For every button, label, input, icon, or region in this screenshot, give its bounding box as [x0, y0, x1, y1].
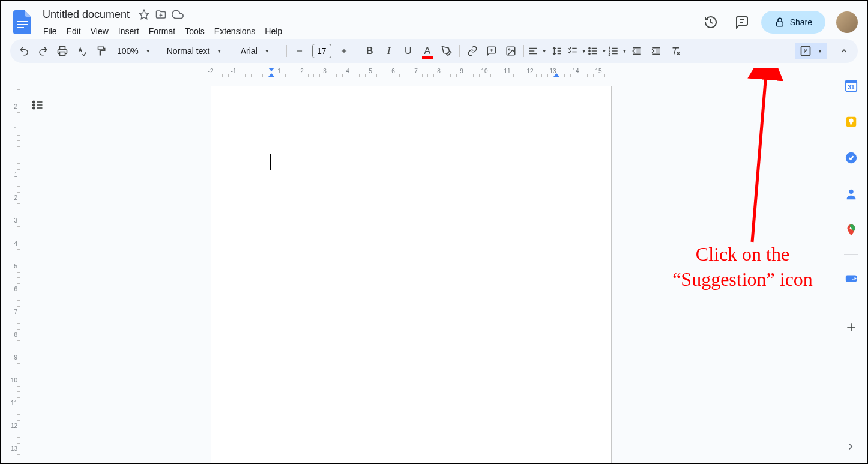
calendar-app-icon[interactable]: 31 [839, 74, 863, 98]
svg-rect-2 [17, 27, 24, 28]
svg-point-13 [508, 49, 510, 50]
font-dropdown[interactable]: Arial ▼ [235, 42, 283, 60]
toolbar: 100% ▼ Normal text ▼ Arial ▼ 17 B I U A … [10, 39, 858, 63]
svg-rect-6 [60, 52, 65, 56]
separator [157, 45, 157, 57]
hide-side-panel-button[interactable] [839, 435, 863, 459]
text-cursor [270, 154, 271, 170]
undo-button[interactable] [15, 42, 33, 60]
separator [831, 45, 831, 57]
annotation-text: Click on the “Suggestion” icon [646, 242, 834, 292]
menu-bar: File Edit View Insert Format Tools Exten… [39, 23, 699, 38]
chevron-down-icon: ▼ [265, 49, 270, 54]
svg-rect-0 [17, 21, 28, 22]
move-icon[interactable] [155, 8, 167, 20]
svg-line-49 [752, 74, 766, 242]
decrease-indent-button[interactable] [628, 42, 646, 60]
svg-rect-54 [850, 125, 852, 125]
collapse-toolbar-button[interactable] [835, 42, 853, 60]
zoom-value: 100% [113, 46, 142, 56]
svg-point-43 [33, 101, 35, 103]
chevron-down-icon: ▼ [146, 49, 151, 54]
separator [523, 45, 524, 57]
print-button[interactable] [53, 42, 71, 60]
svg-point-44 [33, 104, 35, 106]
menu-edit[interactable]: Edit [62, 24, 85, 38]
separator [286, 45, 287, 57]
keep-app-icon[interactable] [839, 110, 863, 134]
text-color-button[interactable]: A [418, 42, 436, 60]
star-icon[interactable] [138, 8, 150, 20]
checklist-button[interactable]: ▼ [567, 42, 586, 60]
line-spacing-button[interactable] [548, 42, 566, 60]
user-avatar[interactable] [836, 11, 858, 33]
header-right: Share [699, 10, 858, 34]
font-size-input[interactable]: 17 [312, 44, 331, 58]
paint-format-button[interactable] [92, 42, 110, 60]
svg-point-24 [588, 53, 589, 54]
document-outline-button[interactable] [29, 97, 46, 113]
side-panel-divider [844, 254, 858, 255]
chevron-down-icon: ▼ [217, 49, 222, 54]
get-addons-button[interactable] [839, 315, 863, 339]
menu-view[interactable]: View [86, 24, 113, 38]
svg-point-56 [849, 190, 853, 194]
svg-point-22 [588, 47, 589, 49]
toolbar-container: 100% ▼ Normal text ▼ Arial ▼ 17 B I U A … [1, 39, 867, 68]
insert-comment-button[interactable] [483, 42, 501, 60]
numbered-list-button[interactable]: 123▼ [608, 42, 627, 60]
menu-file[interactable]: File [39, 24, 61, 38]
document-title[interactable]: Untitled document [39, 7, 133, 22]
increase-indent-button[interactable] [647, 42, 665, 60]
first-line-indent-marker[interactable] [268, 68, 274, 71]
svg-point-23 [588, 50, 589, 52]
comments-icon[interactable] [730, 10, 754, 34]
bold-button[interactable]: B [361, 42, 379, 60]
decrease-font-button[interactable] [291, 42, 309, 60]
contacts-app-icon[interactable] [839, 182, 863, 206]
cloud-status-icon[interactable] [172, 8, 184, 20]
separator [357, 45, 357, 57]
main-area: -2-1123456789101112131415 21123456789101… [1, 68, 867, 463]
menu-extensions[interactable]: Extensions [210, 24, 259, 38]
separator [459, 45, 460, 57]
maps-app-icon[interactable] [839, 218, 863, 242]
style-value: Normal text [163, 46, 214, 56]
suggestion-mode-icon [800, 45, 812, 57]
insert-image-button[interactable] [502, 42, 520, 60]
align-button[interactable]: ▼ [528, 42, 547, 60]
svg-rect-51 [845, 80, 856, 83]
page[interactable] [211, 86, 612, 463]
editing-mode-button[interactable]: ▼ [795, 43, 827, 59]
clear-formatting-button[interactable] [666, 42, 684, 60]
document-canvas: -2-1123456789101112131415 21123456789101… [1, 68, 834, 463]
vertical-ruler[interactable]: 2112345678910111213 [1, 77, 21, 463]
bulleted-list-button[interactable]: ▼ [588, 42, 607, 60]
paragraph-style-dropdown[interactable]: Normal text ▼ [161, 42, 227, 60]
highlight-button[interactable] [438, 42, 456, 60]
share-button[interactable]: Share [761, 11, 825, 34]
share-label: Share [790, 17, 812, 27]
history-icon[interactable] [699, 10, 723, 34]
insert-link-button[interactable] [463, 42, 481, 60]
title-area: Untitled document File Edit View Insert … [39, 6, 699, 38]
horizontal-ruler[interactable]: -2-1123456789101112131415 [21, 68, 834, 77]
redo-button[interactable] [34, 42, 52, 60]
docs-logo[interactable] [10, 10, 34, 34]
underline-button[interactable]: U [399, 42, 417, 60]
svg-rect-5 [776, 22, 783, 26]
menu-help[interactable]: Help [261, 24, 286, 38]
spellcheck-button[interactable] [73, 42, 91, 60]
chevron-down-icon: ▼ [818, 49, 822, 54]
italic-button[interactable]: I [380, 42, 398, 60]
menu-insert[interactable]: Insert [114, 24, 143, 38]
svg-point-45 [33, 107, 35, 109]
increase-font-button[interactable] [335, 42, 353, 60]
menu-format[interactable]: Format [145, 24, 179, 38]
tasks-app-icon[interactable] [839, 146, 863, 170]
svg-text:3: 3 [608, 53, 610, 56]
font-value: Arial [237, 46, 261, 56]
menu-tools[interactable]: Tools [181, 24, 209, 38]
interpreter-app-icon[interactable] [839, 267, 863, 291]
zoom-dropdown[interactable]: 100% ▼ [111, 42, 153, 60]
